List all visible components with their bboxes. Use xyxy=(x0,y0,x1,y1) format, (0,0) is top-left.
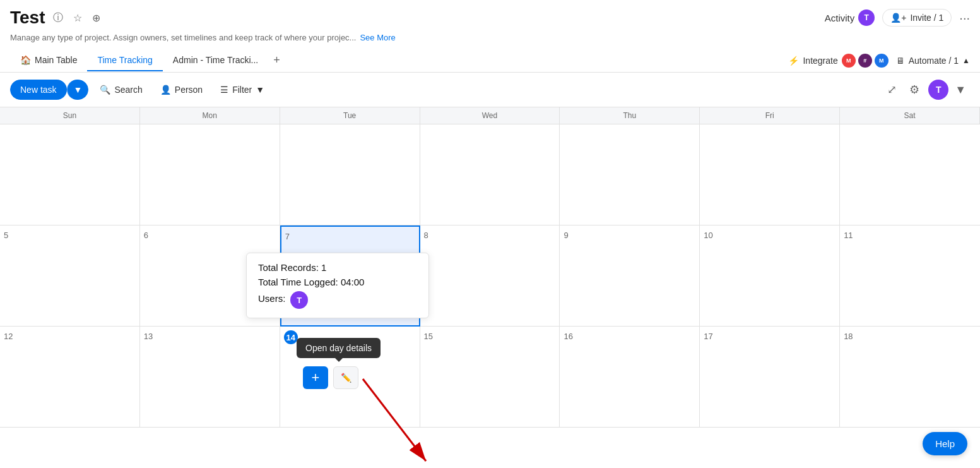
tab-admin-time[interactable]: Admin - Time Tracki... xyxy=(163,50,268,71)
tab-admin-time-label: Admin - Time Tracki... xyxy=(173,55,258,65)
invite-button[interactable]: 👤+ Invite / 1 xyxy=(882,9,952,27)
day-cell-5[interactable]: 5 xyxy=(0,225,140,327)
filter-icon: ☰ xyxy=(220,85,228,95)
day-number-12: 12 xyxy=(4,332,13,341)
day-cell-empty-3[interactable] xyxy=(280,124,420,225)
automate-icon: 🖥 xyxy=(896,56,905,66)
add-day-button[interactable]: + xyxy=(303,366,328,389)
day-header-tue: Tue xyxy=(280,107,420,124)
day-cell-11[interactable]: 11 xyxy=(840,225,980,327)
toolbar: New task ▼ 🔍 Search 👤 Person ☰ Filter ▼ … xyxy=(0,73,980,107)
day-number-8: 8 xyxy=(424,231,428,240)
search-button[interactable]: 🔍 Search xyxy=(93,81,148,99)
view-switcher: T ▼ xyxy=(928,80,970,100)
user-avatar: T xyxy=(928,80,948,100)
day-cell-12[interactable]: 12 xyxy=(0,327,140,428)
automate-button[interactable]: 🖥 Automate / 1 ▲ xyxy=(896,56,970,66)
slack-icon: # xyxy=(858,54,872,68)
day-cell-17[interactable]: 17 xyxy=(700,327,840,428)
person-label: Person xyxy=(175,85,203,95)
tab-main-table[interactable]: 🏠 Main Table xyxy=(10,50,87,71)
chevron-up-icon: ▲ xyxy=(962,56,970,65)
day-cell-9[interactable]: 9 xyxy=(560,225,700,327)
day-cell-empty-5[interactable] xyxy=(560,124,700,225)
tab-time-tracking[interactable]: Time Tracking xyxy=(87,50,162,71)
day-cell-18[interactable]: 18 xyxy=(840,327,980,428)
star-icon[interactable]: ☆ xyxy=(71,9,85,27)
new-task-label: New task xyxy=(20,85,57,95)
users-label: Users: xyxy=(258,293,285,304)
total-time: Total Time Logged: 04:00 xyxy=(258,277,417,287)
integrate-label: Integrate xyxy=(803,56,837,66)
integrate-icon: ⚡ xyxy=(788,56,799,66)
day-header-thu: Thu xyxy=(560,107,700,124)
day-cell-13[interactable]: 13 xyxy=(140,327,280,428)
day-cell-empty-1[interactable] xyxy=(0,124,140,225)
calendar-grid: 5 6 7 8 9 10 11 12 13 14 15 16 17 18 xyxy=(0,124,980,428)
day-cell-empty-6[interactable] xyxy=(700,124,840,225)
app-header: Test ⓘ ☆ ⊕ Activity T 👤+ Invite / 1 ··· … xyxy=(0,0,980,73)
open-day-tooltip: Open day details xyxy=(297,338,381,358)
home-icon: 🏠 xyxy=(20,55,31,65)
day-number-10: 10 xyxy=(704,231,712,240)
activity-button[interactable]: Activity T xyxy=(825,9,875,26)
day-number-11: 11 xyxy=(844,231,853,240)
day-action-buttons: + ✏️ xyxy=(303,366,358,389)
new-task-button[interactable]: New task xyxy=(10,80,67,100)
add-tab-button[interactable]: + xyxy=(268,49,285,72)
day-number-18: 18 xyxy=(844,332,853,341)
day-cell-15[interactable]: 15 xyxy=(420,327,560,428)
gmail-icon: M xyxy=(875,54,888,68)
activity-avatar: T xyxy=(858,9,875,26)
toolbar-right: ⤢ ⚙ T ▼ xyxy=(883,79,970,100)
day-header-mon: Mon xyxy=(140,107,280,124)
day-header-fri: Fri xyxy=(700,107,840,124)
view-dropdown-icon[interactable]: ▼ xyxy=(951,80,970,100)
info-icon[interactable]: ⓘ xyxy=(50,9,66,27)
user-popup-avatar: T xyxy=(290,291,308,309)
header-right: Activity T 👤+ Invite / 1 ··· xyxy=(825,9,970,27)
header-icons: ⓘ ☆ ⊕ xyxy=(50,9,103,27)
day-cell-empty-7[interactable] xyxy=(840,124,980,225)
day-number-6: 6 xyxy=(144,231,148,240)
day-number-15: 15 xyxy=(424,332,433,341)
add-circle-icon[interactable]: ⊕ xyxy=(90,9,103,27)
activity-label: Activity xyxy=(825,13,855,23)
project-title: Test xyxy=(10,8,45,28)
day-cell-8[interactable]: 8 xyxy=(420,225,560,327)
filter-button[interactable]: ☰ Filter ▼ xyxy=(214,81,271,99)
main-content: Sun Mon Tue Wed Thu Fri Sat 5 6 7 8 9 10… xyxy=(0,107,980,468)
integration-icons: M # M xyxy=(842,54,888,68)
tabs-list: 🏠 Main Table Time Tracking Admin - Time … xyxy=(10,49,285,72)
integrate-button[interactable]: ⚡ Integrate M # M xyxy=(788,54,888,68)
day-number-13: 13 xyxy=(144,332,153,341)
search-icon: 🔍 xyxy=(100,85,110,95)
day-header-sun: Sun xyxy=(0,107,140,124)
day-number-7: 7 xyxy=(285,232,290,241)
more-options-button[interactable]: ··· xyxy=(959,11,970,25)
day-number-17: 17 xyxy=(704,332,712,341)
day-cell-empty-4[interactable] xyxy=(420,124,560,225)
new-task-group: New task ▼ xyxy=(10,80,88,100)
person-button[interactable]: 👤 Person xyxy=(154,81,209,99)
help-button[interactable]: Help xyxy=(923,432,967,455)
expand-icon[interactable]: ⤢ xyxy=(883,79,900,100)
header-top-row: Test ⓘ ☆ ⊕ Activity T 👤+ Invite / 1 ··· xyxy=(10,8,970,28)
day-cell-16[interactable]: 16 xyxy=(560,327,700,428)
filter-label: Filter xyxy=(232,85,252,95)
search-label: Search xyxy=(114,85,142,95)
records-popup: Total Records: 1 Total Time Logged: 04:0… xyxy=(246,253,429,318)
automate-label: Automate / 1 xyxy=(909,56,959,66)
users-row: Users: T xyxy=(258,291,417,309)
open-day-button[interactable]: ✏️ xyxy=(333,366,358,389)
tab-time-tracking-label: Time Tracking xyxy=(97,55,152,65)
monday-icon: M xyxy=(842,54,856,68)
day-cell-empty-2[interactable] xyxy=(140,124,280,225)
day-cell-10[interactable]: 10 xyxy=(700,225,840,327)
new-task-dropdown-button[interactable]: ▼ xyxy=(67,80,89,100)
calendar-day-headers: Sun Mon Tue Wed Thu Fri Sat xyxy=(0,107,980,124)
day-number-9: 9 xyxy=(564,231,568,240)
see-more-link[interactable]: See More xyxy=(360,33,395,42)
settings-icon[interactable]: ⚙ xyxy=(906,79,923,100)
tab-bar: 🏠 Main Table Time Tracking Admin - Time … xyxy=(10,49,970,72)
